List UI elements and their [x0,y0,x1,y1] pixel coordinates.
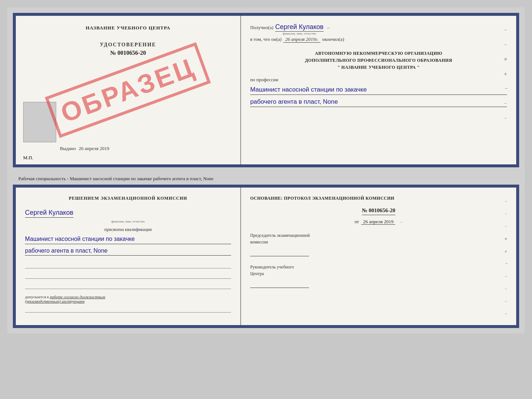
po-professii-label: по профессии [250,77,507,83]
recipient-line: Получил(а) Сергей Кулаков фамилия, имя, … [250,23,507,31]
rukovoditel-signature-line [250,279,309,288]
poluchil-label: Получил(а) [250,25,273,31]
br-dash5: – [505,286,509,291]
udostoverenie-label: УДОСТОВЕРЕНИЕ [23,42,233,48]
dash-r7: – [504,115,509,121]
watermark-obrazets: ОБРАЗЕЦ [45,42,211,138]
rukovoditel-block: Руководитель учебного Центра [250,264,507,288]
middle-text: Рабочая специальность - Машинист насосно… [13,173,519,185]
predsedatel-label: Председатель экзаменационной комиссии [250,232,507,245]
vydano-date: 26 апреля 2019 [79,146,109,151]
dash-r4: а [504,71,509,76]
bottom-blank-lines [25,261,231,289]
completion-date: 26 апреля 2019г. [283,36,320,43]
person-name-wrapper: Сергей Кулаков [25,209,73,218]
profession-line2: рабочего агента в пласт, None [250,97,507,107]
predsedatel-line2: комиссии [250,239,268,245]
br-dash6: – [505,299,509,303]
person-name-hint-bottom: фамилия, имя, отчество [25,220,231,223]
bottom-right-indicators: – – – и а ← – – – – – [505,199,509,328]
protocol-number-wrapper: № 0010656-20 [250,207,507,217]
rukovoditel-line2: Центра [250,271,264,276]
org-line1: АВТОНОМНУЮ НЕКОММЕРЧЕСКУЮ ОРГАНИЗАЦИЮ [250,50,507,57]
dopuskaetsya-prefix: допускается к [25,295,49,299]
photo-placeholder [23,102,56,142]
training-center-title: НАЗВАНИЕ УЧЕБНОГО ЦЕНТРА [23,25,233,31]
ot-date-line: от 26 апреля 2019 – [250,219,507,225]
bottom-left-panel: Решением экзаменационной комиссии Сергей… [16,188,241,325]
v-tom-label: в том, что он(а) [250,36,282,42]
date-line: в том, что он(а) 26 апреля 2019г. окончи… [250,36,507,43]
mp-label: М.П. [23,155,33,161]
ot-dash: – [400,219,403,224]
decision-text: Решением экзаменационной комиссии [25,195,231,202]
blank-line-2 [25,271,231,279]
top-right-panel: Получил(а) Сергей Кулаков фамилия, имя, … [241,16,516,164]
predsedatel-signature-line [250,247,309,256]
osnovaniye-title: Основание: протокол экзаменационной коми… [250,195,507,202]
blank-line-1 [25,261,231,268]
right-dashes: – – и а ← – – [504,27,509,121]
ot-date-value: 26 апреля 2019 [361,219,395,225]
vydano-label: Выдано [60,146,76,151]
br-и: и [505,236,509,241]
br-dash1: – [505,199,509,203]
recipient-name-hint: фамилия, имя, отчество [283,32,316,35]
blank-line-3 [25,282,231,289]
predsedatel-line1: Председатель экзаменационной [250,233,310,238]
middle-text-content: Рабочая специальность - Машинист насосно… [18,176,213,181]
br-dash8: – [505,324,509,328]
middle-text-value: Рабочая специальность - Машинист насосно… [18,176,213,181]
org-block: АВТОНОМНУЮ НЕКОММЕРЧЕСКУЮ ОРГАНИЗАЦИЮ ДО… [250,50,507,71]
br-а: а [505,249,509,253]
rukovoditel-label: Руководитель учебного Центра [250,264,507,277]
dash-r5: ← [504,86,509,91]
dash-r1: – [504,27,509,32]
profession-line1: Машинист насосной станции по закачке [250,85,507,95]
ot-label: от [355,219,359,224]
page-container: НАЗВАНИЕ УЧЕБНОГО ЦЕНТРА УДОСТОВЕРЕНИЕ №… [7,7,525,334]
prisvoena-text: присвоена квалификация [25,227,231,232]
bottom-document: Решением экзаменационной комиссии Сергей… [13,185,519,328]
dopuskaetsya-text: допускается к работе согласно должностны… [25,295,231,303]
dash-r2: – [504,42,509,47]
blank-line-bottom [25,305,231,313]
qualification-line2: рабочего агента в пласт, None [25,246,231,256]
br-dash7: – [505,311,509,316]
protocol-number: № 0010656-20 [362,207,395,215]
org-line2: ДОПОЛНИТЕЛЬНОГО ПРОФЕССИОНАЛЬНОГО ОБРАЗО… [250,57,507,64]
vydano-line: Выдано 26 апреля 2019 [60,146,109,152]
recipient-name: Сергей Кулаков [275,23,324,32]
bottom-right-panel: Основание: протокол экзаменационной коми… [241,188,516,325]
br-dash3: – [505,224,509,228]
dash-r3: и [504,56,509,62]
udostoverenie-number: № 0010656-20 [23,50,233,56]
top-left-panel: НАЗВАНИЕ УЧЕБНОГО ЦЕНТРА УДОСТОВЕРЕНИЕ №… [16,16,241,164]
person-name-bottom: Сергей Кулаков [25,209,73,218]
dash-after-name: – [327,25,330,31]
dash-r6: – [504,100,509,106]
qualification-line1: Машинист насосной станции по закачке [25,234,231,244]
predsedatel-block: Председатель экзаменационной комиссии [250,232,507,256]
br-arrow: ← [505,261,509,266]
okonchil-label: окончил(а) [322,36,344,42]
br-dash4: – [505,274,509,278]
br-dash2: – [505,211,509,215]
rukovoditel-line1: Руководитель учебного [250,264,294,270]
org-line3: " НАЗВАНИЕ УЧЕБНОГО ЦЕНТРА " [250,64,507,71]
udostoverenie-block: УДОСТОВЕРЕНИЕ № 0010656-20 [23,42,233,56]
top-document: НАЗВАНИЕ УЧЕБНОГО ЦЕНТРА УДОСТОВЕРЕНИЕ №… [13,13,519,167]
